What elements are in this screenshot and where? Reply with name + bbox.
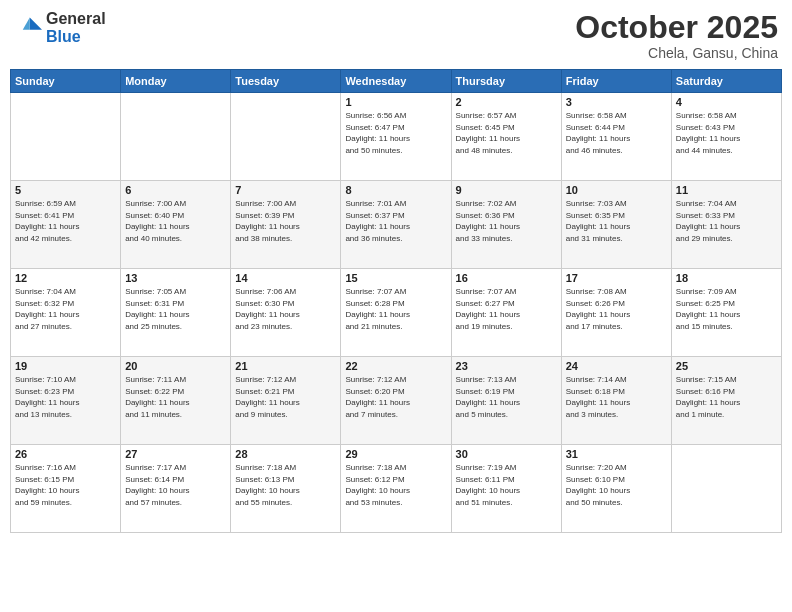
day-info: Sunrise: 7:06 AM Sunset: 6:30 PM Dayligh… <box>235 286 336 332</box>
calendar-cell: 1Sunrise: 6:56 AM Sunset: 6:47 PM Daylig… <box>341 93 451 181</box>
calendar-cell: 17Sunrise: 7:08 AM Sunset: 6:26 PM Dayli… <box>561 269 671 357</box>
day-info: Sunrise: 6:57 AM Sunset: 6:45 PM Dayligh… <box>456 110 557 156</box>
day-number: 25 <box>676 360 777 372</box>
day-info: Sunrise: 7:07 AM Sunset: 6:27 PM Dayligh… <box>456 286 557 332</box>
day-info: Sunrise: 7:18 AM Sunset: 6:12 PM Dayligh… <box>345 462 446 508</box>
calendar-cell: 8Sunrise: 7:01 AM Sunset: 6:37 PM Daylig… <box>341 181 451 269</box>
day-number: 30 <box>456 448 557 460</box>
col-friday: Friday <box>561 70 671 93</box>
location: Chela, Gansu, China <box>575 45 778 61</box>
title-block: October 2025 Chela, Gansu, China <box>575 10 778 61</box>
day-info: Sunrise: 7:12 AM Sunset: 6:20 PM Dayligh… <box>345 374 446 420</box>
day-info: Sunrise: 7:16 AM Sunset: 6:15 PM Dayligh… <box>15 462 116 508</box>
day-number: 29 <box>345 448 446 460</box>
calendar-cell: 19Sunrise: 7:10 AM Sunset: 6:23 PM Dayli… <box>11 357 121 445</box>
week-row-2: 12Sunrise: 7:04 AM Sunset: 6:32 PM Dayli… <box>11 269 782 357</box>
col-saturday: Saturday <box>671 70 781 93</box>
col-sunday: Sunday <box>11 70 121 93</box>
day-info: Sunrise: 7:04 AM Sunset: 6:32 PM Dayligh… <box>15 286 116 332</box>
calendar-cell: 29Sunrise: 7:18 AM Sunset: 6:12 PM Dayli… <box>341 445 451 533</box>
day-info: Sunrise: 6:58 AM Sunset: 6:44 PM Dayligh… <box>566 110 667 156</box>
day-number: 13 <box>125 272 226 284</box>
day-number: 14 <box>235 272 336 284</box>
day-number: 7 <box>235 184 336 196</box>
col-wednesday: Wednesday <box>341 70 451 93</box>
calendar-cell: 4Sunrise: 6:58 AM Sunset: 6:43 PM Daylig… <box>671 93 781 181</box>
logo: General Blue <box>14 10 106 45</box>
day-number: 16 <box>456 272 557 284</box>
calendar-cell: 22Sunrise: 7:12 AM Sunset: 6:20 PM Dayli… <box>341 357 451 445</box>
day-number: 11 <box>676 184 777 196</box>
day-number: 2 <box>456 96 557 108</box>
day-info: Sunrise: 7:07 AM Sunset: 6:28 PM Dayligh… <box>345 286 446 332</box>
day-info: Sunrise: 7:13 AM Sunset: 6:19 PM Dayligh… <box>456 374 557 420</box>
calendar-cell: 31Sunrise: 7:20 AM Sunset: 6:10 PM Dayli… <box>561 445 671 533</box>
day-info: Sunrise: 7:20 AM Sunset: 6:10 PM Dayligh… <box>566 462 667 508</box>
day-info: Sunrise: 7:18 AM Sunset: 6:13 PM Dayligh… <box>235 462 336 508</box>
day-info: Sunrise: 7:05 AM Sunset: 6:31 PM Dayligh… <box>125 286 226 332</box>
day-number: 1 <box>345 96 446 108</box>
day-info: Sunrise: 7:17 AM Sunset: 6:14 PM Dayligh… <box>125 462 226 508</box>
logo-text: General Blue <box>46 10 106 45</box>
day-number: 12 <box>15 272 116 284</box>
calendar-cell: 16Sunrise: 7:07 AM Sunset: 6:27 PM Dayli… <box>451 269 561 357</box>
day-number: 10 <box>566 184 667 196</box>
col-tuesday: Tuesday <box>231 70 341 93</box>
calendar-cell <box>121 93 231 181</box>
day-number: 31 <box>566 448 667 460</box>
calendar-cell: 12Sunrise: 7:04 AM Sunset: 6:32 PM Dayli… <box>11 269 121 357</box>
day-info: Sunrise: 7:04 AM Sunset: 6:33 PM Dayligh… <box>676 198 777 244</box>
calendar-cell: 21Sunrise: 7:12 AM Sunset: 6:21 PM Dayli… <box>231 357 341 445</box>
day-number: 4 <box>676 96 777 108</box>
calendar-cell <box>671 445 781 533</box>
svg-marker-1 <box>23 17 30 29</box>
day-number: 22 <box>345 360 446 372</box>
day-number: 26 <box>15 448 116 460</box>
day-number: 6 <box>125 184 226 196</box>
day-number: 8 <box>345 184 446 196</box>
day-number: 17 <box>566 272 667 284</box>
calendar-cell: 28Sunrise: 7:18 AM Sunset: 6:13 PM Dayli… <box>231 445 341 533</box>
calendar-cell: 15Sunrise: 7:07 AM Sunset: 6:28 PM Dayli… <box>341 269 451 357</box>
calendar-cell: 18Sunrise: 7:09 AM Sunset: 6:25 PM Dayli… <box>671 269 781 357</box>
day-number: 19 <box>15 360 116 372</box>
day-info: Sunrise: 7:15 AM Sunset: 6:16 PM Dayligh… <box>676 374 777 420</box>
day-info: Sunrise: 7:14 AM Sunset: 6:18 PM Dayligh… <box>566 374 667 420</box>
calendar-cell: 24Sunrise: 7:14 AM Sunset: 6:18 PM Dayli… <box>561 357 671 445</box>
calendar-cell: 20Sunrise: 7:11 AM Sunset: 6:22 PM Dayli… <box>121 357 231 445</box>
calendar-cell: 7Sunrise: 7:00 AM Sunset: 6:39 PM Daylig… <box>231 181 341 269</box>
day-number: 3 <box>566 96 667 108</box>
day-number: 27 <box>125 448 226 460</box>
day-info: Sunrise: 7:12 AM Sunset: 6:21 PM Dayligh… <box>235 374 336 420</box>
page: General Blue October 2025 Chela, Gansu, … <box>0 0 792 612</box>
day-number: 28 <box>235 448 336 460</box>
day-number: 23 <box>456 360 557 372</box>
month-title: October 2025 <box>575 10 778 45</box>
day-info: Sunrise: 7:00 AM Sunset: 6:39 PM Dayligh… <box>235 198 336 244</box>
calendar-cell: 3Sunrise: 6:58 AM Sunset: 6:44 PM Daylig… <box>561 93 671 181</box>
calendar-cell: 25Sunrise: 7:15 AM Sunset: 6:16 PM Dayli… <box>671 357 781 445</box>
calendar-cell: 2Sunrise: 6:57 AM Sunset: 6:45 PM Daylig… <box>451 93 561 181</box>
calendar-cell: 11Sunrise: 7:04 AM Sunset: 6:33 PM Dayli… <box>671 181 781 269</box>
calendar-cell: 6Sunrise: 7:00 AM Sunset: 6:40 PM Daylig… <box>121 181 231 269</box>
day-info: Sunrise: 6:56 AM Sunset: 6:47 PM Dayligh… <box>345 110 446 156</box>
logo-blue: Blue <box>46 28 106 46</box>
week-row-4: 26Sunrise: 7:16 AM Sunset: 6:15 PM Dayli… <box>11 445 782 533</box>
calendar-cell: 26Sunrise: 7:16 AM Sunset: 6:15 PM Dayli… <box>11 445 121 533</box>
day-number: 24 <box>566 360 667 372</box>
calendar-cell <box>11 93 121 181</box>
calendar-cell: 10Sunrise: 7:03 AM Sunset: 6:35 PM Dayli… <box>561 181 671 269</box>
header: General Blue October 2025 Chela, Gansu, … <box>10 10 782 61</box>
day-info: Sunrise: 7:11 AM Sunset: 6:22 PM Dayligh… <box>125 374 226 420</box>
day-number: 15 <box>345 272 446 284</box>
calendar-cell: 13Sunrise: 7:05 AM Sunset: 6:31 PM Dayli… <box>121 269 231 357</box>
calendar-header-row: Sunday Monday Tuesday Wednesday Thursday… <box>11 70 782 93</box>
svg-marker-0 <box>30 17 42 29</box>
week-row-1: 5Sunrise: 6:59 AM Sunset: 6:41 PM Daylig… <box>11 181 782 269</box>
calendar-table: Sunday Monday Tuesday Wednesday Thursday… <box>10 69 782 533</box>
day-number: 18 <box>676 272 777 284</box>
day-info: Sunrise: 7:02 AM Sunset: 6:36 PM Dayligh… <box>456 198 557 244</box>
day-info: Sunrise: 7:19 AM Sunset: 6:11 PM Dayligh… <box>456 462 557 508</box>
logo-icon <box>14 14 42 42</box>
calendar-cell: 23Sunrise: 7:13 AM Sunset: 6:19 PM Dayli… <box>451 357 561 445</box>
